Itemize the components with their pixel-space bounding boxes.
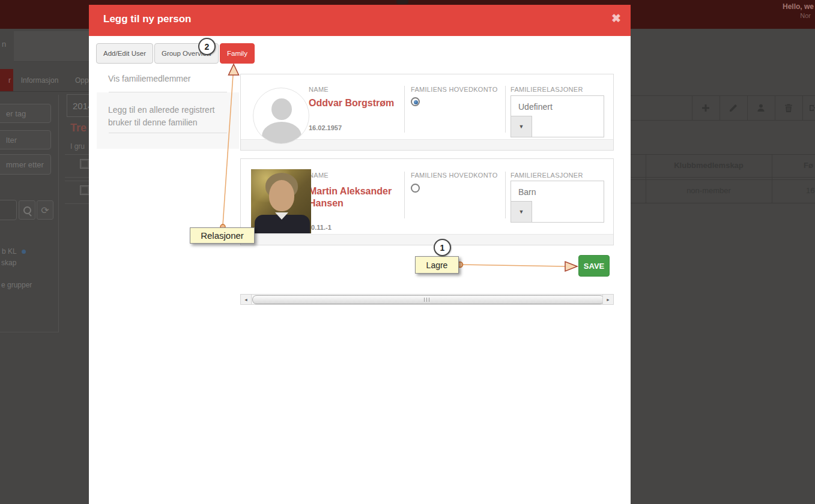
- member-name-link[interactable]: Oddvar Borgstrøm: [309, 97, 400, 109]
- toolbar-border: [631, 95, 815, 96]
- family-member-card: NAME Oddvar Borgstrøm 16.02.1957 FAMILIE…: [240, 74, 614, 151]
- toolbar-separator: [747, 96, 748, 120]
- add-button[interactable]: [701, 103, 710, 113]
- toolbar-border: [631, 120, 815, 121]
- main-account-label: FAMILIENS HOVEDKONTO: [411, 86, 498, 93]
- table-border: [631, 203, 815, 203]
- row-border: [65, 203, 89, 204]
- close-icon[interactable]: ✖: [611, 11, 621, 25]
- club-label: b KL: [2, 247, 17, 256]
- toolbar-separator: [692, 96, 692, 120]
- tab-family[interactable]: Family: [220, 43, 255, 64]
- bg-active-tab[interactable]: r: [0, 69, 13, 91]
- scroll-right-button[interactable]: ►: [602, 295, 613, 304]
- tooltip-relasjoner: Relasjoner: [190, 227, 255, 244]
- scrollbar-grip: [424, 298, 431, 302]
- column-separator: [505, 86, 506, 133]
- dropdown-button[interactable]: ▼: [511, 116, 532, 137]
- relation-select[interactable]: Udefinert ▼: [511, 95, 604, 137]
- scroll-right-icon: ►: [606, 298, 610, 302]
- dropdown-button[interactable]: ▼: [511, 201, 532, 222]
- scroll-left-icon: ◄: [244, 298, 248, 302]
- save-button[interactable]: SAVE: [578, 255, 610, 277]
- relation-select[interactable]: Barn ▼: [511, 181, 604, 223]
- user-button[interactable]: [756, 103, 766, 113]
- cell-birth: 16: [806, 186, 814, 195]
- card-footer: [241, 139, 613, 150]
- tab-oppslag[interactable]: Oppsla: [72, 69, 89, 91]
- edit-button[interactable]: [729, 103, 738, 113]
- app-root: Hello, we Nor n r Informasjon Oppsla er …: [0, 0, 815, 504]
- scroll-left-button[interactable]: ◄: [241, 295, 252, 304]
- scrollbar-thumb[interactable]: [252, 295, 604, 304]
- tab-informasjon[interactable]: Informasjon: [15, 69, 64, 91]
- relations-label: FAMILIERELASJONER: [511, 86, 583, 93]
- person-icon: [756, 103, 766, 113]
- column-separator: [505, 172, 506, 218]
- person-photo: [251, 169, 311, 233]
- filter-members-input[interactable]: mmer etter: [0, 154, 51, 175]
- filter-input[interactable]: lter: [0, 130, 51, 149]
- pencil-icon: [729, 103, 738, 113]
- chevron-down-icon: ▼: [519, 124, 524, 130]
- member-birthdate: 16.02.1957: [309, 124, 342, 131]
- bg-subheading: I gru: [70, 142, 85, 151]
- skap-label: skap: [1, 259, 16, 267]
- step-badge-2: 2: [198, 38, 216, 55]
- main-account-radio[interactable]: [411, 97, 420, 106]
- panel-border: [58, 95, 59, 332]
- card-footer: [241, 234, 613, 245]
- delete-button[interactable]: [784, 103, 793, 113]
- main-account-radio[interactable]: [411, 184, 420, 193]
- add-person-modal: Legg til ny person ✖ Add/Edit User Group…: [89, 5, 631, 504]
- row-border: [65, 177, 89, 178]
- plus-icon: [701, 103, 710, 113]
- search-input[interactable]: [0, 200, 17, 220]
- horizontal-scrollbar[interactable]: ◄ ►: [240, 294, 614, 305]
- search-icon: [23, 206, 31, 214]
- export-button[interactable]: [808, 103, 815, 113]
- bg-heading: Tre: [70, 122, 86, 134]
- greeting-subtext: Nor: [800, 12, 811, 19]
- avatar: [253, 88, 309, 144]
- table-border: [631, 179, 815, 180]
- column-header-birth[interactable]: Fø: [804, 161, 813, 170]
- column-header-membership[interactable]: Klubbmedlemskap: [646, 161, 772, 170]
- column-separator: [404, 86, 405, 133]
- modal-title: Legg til ny person: [103, 13, 191, 25]
- nav-item-fragment[interactable]: n: [2, 40, 6, 49]
- sidebar-item-add-registered[interactable]: Legg til en allerede registrert bruker t…: [97, 92, 239, 149]
- main-account-label: FAMILIENS HOVEDKONTO: [411, 172, 498, 179]
- table-border: [631, 154, 815, 155]
- chevron-down-icon: ▼: [519, 209, 524, 215]
- filter-tag-input[interactable]: er tag: [0, 104, 51, 123]
- logo-fragment: [396, 0, 408, 4]
- export-icon: [808, 103, 815, 113]
- row-checkbox[interactable]: [80, 159, 89, 169]
- refresh-icon: ⟳: [41, 205, 49, 216]
- trash-icon: [784, 103, 793, 113]
- step-badge-1: 1: [434, 239, 451, 256]
- search-button[interactable]: [19, 200, 35, 220]
- tab-add-edit-user[interactable]: Add/Edit User: [96, 43, 153, 64]
- table-border: [772, 154, 772, 203]
- tab-divider: [0, 91, 89, 92]
- relations-label: FAMILIERELASJONER: [511, 172, 583, 179]
- toolbar-separator: [802, 96, 803, 120]
- family-member-card: NAME Martin Aleksander Hansen 30.11.-1 F…: [240, 158, 614, 245]
- row-border: [65, 181, 89, 181]
- groups-label: e grupper: [1, 281, 32, 289]
- name-label: NAME: [309, 86, 329, 93]
- member-name-link[interactable]: Martin Aleksander Hansen: [309, 185, 400, 209]
- panel-border-bottom: [0, 332, 59, 332]
- tooltip-lagre: Lagre: [415, 256, 459, 274]
- sidebar-item-view-members[interactable]: Vis familiemedlemmer: [108, 73, 190, 85]
- toolbar-separator: [720, 96, 720, 120]
- toolbar-separator: [775, 96, 775, 120]
- cell-membership: non-member: [646, 186, 772, 195]
- greeting-text: Hello, we: [783, 2, 814, 11]
- status-dot: [22, 250, 26, 254]
- name-label: NAME: [309, 172, 329, 179]
- refresh-button[interactable]: ⟳: [37, 200, 53, 220]
- row-checkbox[interactable]: [80, 185, 89, 195]
